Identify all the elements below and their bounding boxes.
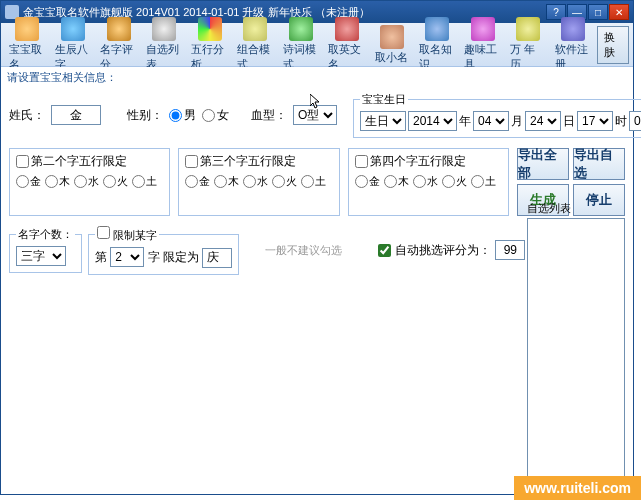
autofilter-checkbox[interactable] [378,244,391,257]
birthday-legend: 宝宝生日 [360,92,408,107]
tool-ruanjianzhuc[interactable]: 软件注册 [551,15,596,74]
limit4-huo[interactable]: 火 [442,174,467,189]
namecount-select[interactable]: 三字 [16,246,66,266]
export-all-button[interactable]: 导出全部 [517,148,569,180]
tool-wannianli[interactable]: 万 年 历 [506,15,550,74]
limit4-box: 第四个字五行限定 金 木 水 火 土 [348,148,509,216]
tool-quxiaoming[interactable]: 取小名 [370,23,414,67]
fun-icon [471,17,495,41]
combo-icon [243,17,267,41]
selected-list-panel: 自选列表 [527,201,625,496]
poem-icon [289,17,313,41]
limit3-shui[interactable]: 水 [243,174,268,189]
calendar-icon [516,17,540,41]
tool-mingzipingfen[interactable]: 名字评分 [96,15,141,74]
gender-label: 性别： [127,107,163,124]
birthday-year-select[interactable]: 2014 [408,111,457,131]
list-icon [152,17,176,41]
selected-list[interactable] [527,218,625,496]
register-icon [561,17,585,41]
tool-quweigongju[interactable]: 趣味工具 [460,15,505,74]
limit4-jin[interactable]: 金 [355,174,380,189]
limit2-checkbox[interactable] [16,155,29,168]
blood-label: 血型： [251,107,287,124]
limit3-jin[interactable]: 金 [185,174,210,189]
toolbar: 宝宝取名 生辰八字 名字评分 自选列表 五行分析 组合模式 诗词模式 取英文名 … [1,23,633,67]
export-selected-button[interactable]: 导出自选 [573,148,625,180]
limit3-huo[interactable]: 火 [272,174,297,189]
skin-button[interactable]: 换肤 [597,26,629,64]
birthday-hour-select[interactable]: 17 [577,111,613,131]
limitchar-fieldset: 限制某字 第 2 字 限定为 [88,226,239,275]
watermark: www.ruiteli.com [514,476,641,500]
birthday-month-select[interactable]: 04 [473,111,509,131]
surname-label: 姓氏： [9,107,45,124]
limit2-mu[interactable]: 木 [45,174,70,189]
limit3-box: 第三个字五行限定 金 木 水 火 土 [178,148,339,216]
surname-input[interactable] [51,105,101,125]
limit4-shui[interactable]: 水 [413,174,438,189]
limit2-tu[interactable]: 土 [132,174,157,189]
baby-icon [15,17,39,41]
gender-male-radio[interactable]: 男 [169,107,196,124]
close-button[interactable]: ✕ [609,4,629,20]
limit3-checkbox[interactable] [185,155,198,168]
limitchar-checkbox[interactable] [97,226,110,239]
birthday-min-select[interactable]: 06 [629,111,641,131]
tool-baobaoquming[interactable]: 宝宝取名 [5,15,50,74]
hint-text: 一般不建议勾选 [265,243,342,258]
selected-list-label: 自选列表 [527,201,625,216]
limitchar-input[interactable] [202,248,232,268]
knowledge-icon [425,17,449,41]
limit4-checkbox[interactable] [355,155,368,168]
english-icon [335,17,359,41]
limit2-jin[interactable]: 金 [16,174,41,189]
tool-quyingwenming[interactable]: 取英文名 [324,15,369,74]
limit2-huo[interactable]: 火 [103,174,128,189]
wuxing-icon [198,17,222,41]
limit3-tu[interactable]: 土 [301,174,326,189]
namecount-fieldset: 名字个数： 三字 [9,227,82,273]
limitchar-pos-select[interactable]: 2 [110,247,144,267]
bazi-icon [61,17,85,41]
autofilter-score-input[interactable] [495,240,525,260]
tool-qumingzhishi[interactable]: 取名知识 [415,15,460,74]
blood-select[interactable]: O型 [293,105,337,125]
birthday-type-select[interactable]: 生日 [360,111,406,131]
birthday-fieldset: 宝宝生日 生日 2014 年 04 月 24 日 17 时 06 分 [353,92,641,138]
birthday-day-select[interactable]: 24 [525,111,561,131]
gender-female-radio[interactable]: 女 [202,107,229,124]
tool-zuhemoshi[interactable]: 组合模式 [233,15,278,74]
nickname-icon [380,25,404,49]
limit2-shui[interactable]: 水 [74,174,99,189]
tool-shicimoshi[interactable]: 诗词模式 [279,15,324,74]
limit4-tu[interactable]: 土 [471,174,496,189]
info-label: 请设置宝宝相关信息： [1,67,633,88]
tool-shengchenbazi[interactable]: 生辰八字 [51,15,96,74]
score-icon [107,17,131,41]
autofilter-label: 自动挑选评分为： [395,242,491,259]
limit2-box: 第二个字五行限定 金 木 水 火 土 [9,148,170,216]
tool-zixuanliebiao[interactable]: 自选列表 [142,15,187,74]
limit4-mu[interactable]: 木 [384,174,409,189]
limit3-mu[interactable]: 木 [214,174,239,189]
tool-wuxingfenxi[interactable]: 五行分析 [187,15,232,74]
